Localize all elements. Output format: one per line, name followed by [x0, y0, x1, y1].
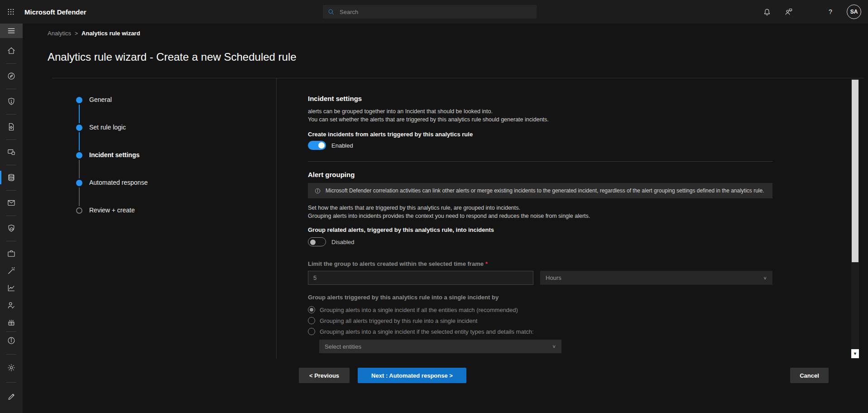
incident-settings-description: alerts can be grouped together into an I…: [308, 108, 772, 124]
step-dot-4: [76, 180, 82, 186]
breadcrumb-current: Analytics rule wizard: [82, 30, 140, 37]
sidebar-item-wand[interactable]: [0, 262, 23, 280]
info-icon: [7, 336, 16, 345]
gift-icon: [7, 318, 16, 327]
sidebar-item-document-settings[interactable]: [0, 118, 23, 136]
group-related-toggle[interactable]: [308, 237, 326, 246]
info-icon: [314, 187, 321, 194]
group-by-options: Grouping alerts into a single incident i…: [308, 304, 772, 337]
settings-icon: [7, 363, 16, 372]
radio-unselected-icon: [308, 317, 315, 324]
bell-icon: [762, 7, 772, 16]
sidebar-item-briefcase[interactable]: [0, 245, 23, 263]
radio-selected-icon: [308, 306, 315, 313]
left-nav-rail: [0, 24, 23, 413]
section-divider: [308, 161, 772, 162]
sidebar-item-home[interactable]: [0, 42, 23, 60]
notifications-button[interactable]: [758, 0, 776, 24]
wizard-step-4[interactable]: Automated response: [89, 179, 148, 186]
mail-icon: [7, 198, 16, 207]
help-button[interactable]: ?: [821, 0, 839, 24]
sidebar-item-info[interactable]: [0, 331, 23, 350]
sidebar-item-settings[interactable]: [0, 359, 23, 377]
incident-settings-heading: Incident settings: [308, 95, 772, 102]
step-connector: [79, 187, 80, 206]
step-connector: [79, 160, 80, 178]
compass-icon: [7, 72, 16, 81]
selected-indicator: [0, 171, 1, 184]
sidebar-item-compass[interactable]: [0, 67, 23, 85]
account-avatar[interactable]: SA: [847, 5, 861, 19]
document-settings-icon: [7, 122, 16, 131]
step-dot-1: [76, 97, 82, 103]
feedback-button[interactable]: [780, 0, 798, 24]
wizard-step-2[interactable]: Set rule logic: [89, 124, 126, 131]
briefcase-icon: [7, 249, 16, 258]
group-related-state: Disabled: [331, 239, 355, 245]
wizard-step-3[interactable]: Incident settings: [89, 151, 139, 158]
steps-content-divider: [276, 78, 277, 359]
radio-unselected-icon: [308, 328, 315, 335]
required-asterisk: *: [485, 260, 488, 267]
page-title: Analytics rule wizard - Create a new Sch…: [48, 51, 297, 63]
step-connector: [79, 105, 80, 123]
step-dot-2: [76, 125, 82, 131]
search-icon: [327, 8, 335, 16]
global-search: [323, 5, 537, 19]
sidebar-item-database[interactable]: [0, 168, 23, 187]
info-banner-text: Microsoft Defender correlation activitie…: [326, 187, 764, 194]
top-app-bar: Microsoft Defender undefined ? SA: [0, 0, 868, 24]
menu-icon: [7, 26, 16, 35]
breadcrumb-chevron-icon: >: [75, 30, 78, 37]
sidebar-item-devices[interactable]: [0, 143, 23, 161]
sidebar-divider: [6, 114, 16, 115]
app-launcher-button[interactable]: [0, 0, 22, 24]
sidebar-divider: [6, 190, 16, 191]
group-by-label: Group alerts triggered by this analytics…: [308, 294, 772, 301]
select-entities-dropdown[interactable]: Select entities ∨: [319, 340, 561, 353]
sidebar-item-shield-alert[interactable]: [0, 92, 23, 110]
sidebar-divider: [6, 165, 16, 165]
sidebar-divider: [6, 63, 16, 64]
sidebar-item-gift[interactable]: [0, 313, 23, 331]
sidebar-item-mail[interactable]: [0, 194, 23, 212]
step-dot-3: [76, 152, 82, 158]
scrollbar-down-arrow[interactable]: ▼: [851, 349, 859, 358]
chevron-down-icon: ∨: [552, 344, 556, 349]
sidebar-divider: [6, 241, 16, 241]
devices-icon: [7, 148, 16, 157]
nav-collapse-button[interactable]: [0, 24, 23, 38]
group-by-option-2[interactable]: Grouping all alerts triggered by this ru…: [308, 315, 772, 326]
home-icon: [7, 46, 16, 55]
wizard-step-1[interactable]: General: [89, 96, 112, 103]
content-scrollbar: ▼: [851, 79, 859, 358]
cancel-button[interactable]: Cancel: [790, 368, 829, 383]
alert-grouping-description: Set how the alerts that are triggered by…: [308, 204, 772, 220]
group-by-option-3[interactable]: Grouping alerts into a single incident i…: [308, 326, 772, 337]
breadcrumb-analytics[interactable]: Analytics: [48, 30, 71, 37]
create-incidents-toggle[interactable]: [308, 141, 326, 150]
sidebar-item-person-check[interactable]: [0, 296, 23, 314]
next-button[interactable]: Next : Automated response >: [358, 368, 466, 383]
scrollbar-thumb[interactable]: [852, 80, 858, 262]
sidebar-divider: [6, 354, 16, 355]
create-incidents-label: Create incidents from alerts triggered b…: [308, 131, 772, 138]
app-title: Microsoft Defender: [24, 0, 86, 24]
time-frame-unit-dropdown[interactable]: Hours ∨: [540, 271, 772, 285]
sidebar-item-cloud-shield[interactable]: [0, 219, 23, 237]
wizard-step-5[interactable]: Review + create: [89, 206, 135, 214]
chevron-down-icon: ∨: [763, 275, 767, 280]
settings-button[interactable]: undefined: [801, 0, 819, 24]
sidebar-item-line-chart[interactable]: [0, 279, 23, 297]
search-input[interactable]: [340, 9, 532, 15]
help-icon: ?: [826, 7, 835, 16]
previous-button[interactable]: < Previous: [299, 368, 350, 383]
alert-grouping-heading: Alert grouping: [308, 171, 772, 178]
info-icon: [314, 187, 321, 194]
group-by-option-1[interactable]: Grouping alerts into a single incident i…: [308, 304, 772, 315]
time-frame-value-input[interactable]: [308, 271, 533, 285]
database-icon: [7, 173, 16, 182]
sidebar-divider: [6, 216, 16, 216]
main-region: Analytics > Analytics rule wizard Analyt…: [23, 24, 868, 413]
sidebar-item-pencil[interactable]: [0, 388, 23, 406]
